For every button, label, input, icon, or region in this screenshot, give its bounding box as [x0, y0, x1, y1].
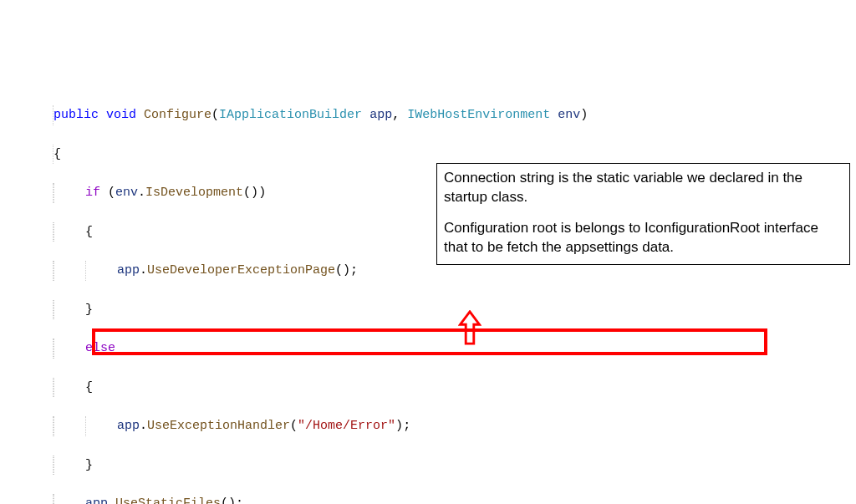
code-line-useexc: app.UseExceptionHandler("/Home/Error"); — [0, 416, 856, 435]
annotation-callout: Connection string is the static variable… — [436, 163, 850, 265]
code-line-brace: } — [0, 456, 856, 475]
code-line-brace: } — [0, 300, 856, 319]
code-line-usestatic: app.UseStaticFiles(); — [0, 494, 856, 504]
annotation-paragraph-1: Connection string is the static variable… — [444, 169, 843, 207]
code-line-else: else — [0, 339, 856, 358]
code-editor[interactable]: public void Configure(IApplicationBuilde… — [0, 86, 856, 504]
code-line-brace: { — [0, 378, 856, 397]
code-line-brace: { — [0, 145, 856, 164]
annotation-paragraph-2: Configuration root is belongs to Iconfig… — [444, 219, 843, 257]
code-line-signature: public void Configure(IApplicationBuilde… — [0, 105, 856, 125]
arrow-up-icon — [443, 291, 482, 354]
